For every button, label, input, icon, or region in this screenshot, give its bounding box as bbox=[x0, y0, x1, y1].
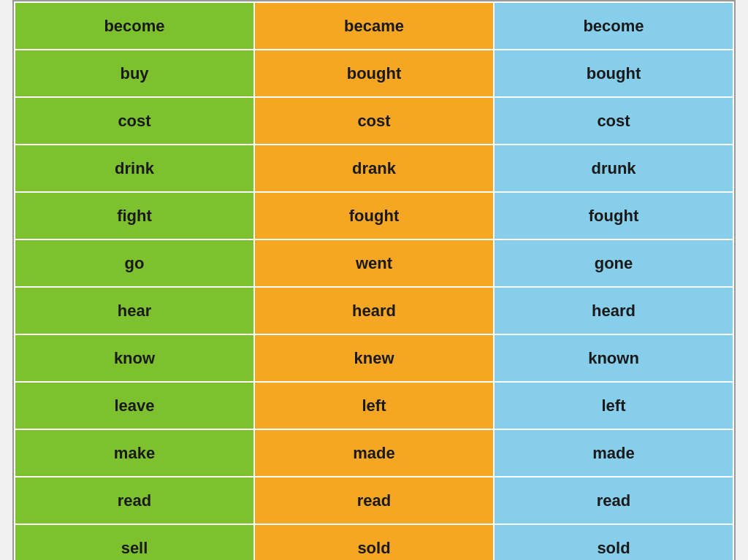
table-row: leaveleftleft bbox=[15, 382, 733, 429]
base-form-cell: cost bbox=[15, 97, 254, 145]
past-participle-cell: read bbox=[494, 477, 733, 524]
table-row: knowknewknown bbox=[15, 334, 733, 382]
table-row: gowentgone bbox=[15, 239, 733, 287]
past-participle-cell: fought bbox=[494, 192, 733, 239]
past-tense-cell: read bbox=[254, 477, 494, 524]
past-participle-cell: made bbox=[494, 429, 733, 477]
past-tense-cell: fought bbox=[254, 192, 494, 239]
past-tense-cell: knew bbox=[254, 334, 494, 382]
past-tense-cell: became bbox=[254, 2, 494, 50]
base-form-cell: buy bbox=[15, 50, 254, 97]
table-row: becomebecamebecome bbox=[15, 2, 733, 50]
past-participle-cell: become bbox=[494, 2, 733, 50]
base-form-cell: read bbox=[15, 477, 254, 524]
base-form-cell: become bbox=[15, 2, 254, 50]
base-form-cell: leave bbox=[15, 382, 254, 429]
past-tense-cell: went bbox=[254, 239, 494, 287]
table-row: costcostcost bbox=[15, 97, 733, 145]
table-row: hearheardheard bbox=[15, 287, 733, 334]
table-row: readreadread bbox=[15, 477, 733, 524]
past-participle-cell: cost bbox=[494, 97, 733, 145]
table-row: drinkdrankdrunk bbox=[15, 145, 733, 192]
base-form-cell: hear bbox=[15, 287, 254, 334]
irregular-verbs-table: becomebecamebecomebuyboughtboughtcostcos… bbox=[12, 0, 736, 560]
past-tense-cell: heard bbox=[254, 287, 494, 334]
past-participle-cell: left bbox=[494, 382, 733, 429]
past-participle-cell: drunk bbox=[494, 145, 733, 192]
base-form-cell: go bbox=[15, 239, 254, 287]
past-tense-cell: made bbox=[254, 429, 494, 477]
table-row: sellsoldsold bbox=[15, 524, 733, 560]
past-participle-cell: known bbox=[494, 334, 733, 382]
past-tense-cell: cost bbox=[254, 97, 494, 145]
table-row: makemademade bbox=[15, 429, 733, 477]
past-participle-cell: sold bbox=[494, 524, 733, 560]
base-form-cell: sell bbox=[15, 524, 254, 560]
past-participle-cell: heard bbox=[494, 287, 733, 334]
past-tense-cell: sold bbox=[254, 524, 494, 560]
base-form-cell: fight bbox=[15, 192, 254, 239]
base-form-cell: drink bbox=[15, 145, 254, 192]
past-tense-cell: bought bbox=[254, 50, 494, 97]
table-row: buyboughtbought bbox=[15, 50, 733, 97]
past-tense-cell: left bbox=[254, 382, 494, 429]
base-form-cell: know bbox=[15, 334, 254, 382]
base-form-cell: make bbox=[15, 429, 254, 477]
past-participle-cell: bought bbox=[494, 50, 733, 97]
past-tense-cell: drank bbox=[254, 145, 494, 192]
past-participle-cell: gone bbox=[494, 239, 733, 287]
table-row: fightfoughtfought bbox=[15, 192, 733, 239]
